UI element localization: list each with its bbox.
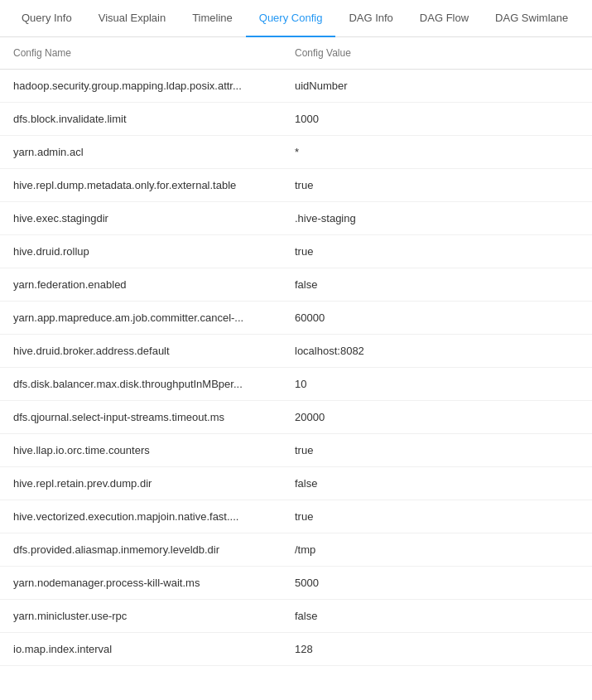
config-value-cell: false [295,610,579,622]
table-header: Config Name Config Value [0,37,592,70]
config-name-cell: io.map.index.interval [13,643,295,655]
col-header-name: Config Name [13,47,295,59]
config-name-cell: hadoop.security.group.mapping.ldap.posix… [13,80,295,92]
config-name-cell: hive.repl.dump.metadata.only.for.externa… [13,179,295,191]
tab-timeline[interactable]: Timeline [179,0,246,37]
tab-dag-info[interactable]: DAG Info [335,0,406,37]
config-value-cell: 5000 [295,577,579,589]
config-name-cell: hive.exec.stagingdir [13,212,295,224]
tab-dag-flow[interactable]: DAG Flow [407,0,482,37]
config-value-cell: /tmp [295,543,579,556]
config-name-cell: hive.repl.retain.prev.dump.dir [13,477,295,490]
config-name-cell: dfs.provided.aliasmap.inmemory.leveldb.d… [13,543,295,556]
config-table: Config Name Config Value hadoop.security… [0,37,592,666]
config-value-cell: uidNumber [295,80,579,92]
config-value-cell: .hive-staging [295,212,579,224]
table-row: yarn.admin.acl* [0,136,592,169]
config-value-cell: true [295,444,579,456]
config-name-cell: yarn.app.mapreduce.am.job.committer.canc… [13,311,295,324]
config-value-cell: false [295,278,579,291]
table-row: dfs.qjournal.select-input-streams.timeou… [0,401,592,434]
table-row: hive.exec.stagingdir.hive-staging [0,202,592,235]
config-name-cell: hive.llap.io.orc.time.counters [13,444,295,456]
table-row: hive.vectorized.execution.mapjoin.native… [0,500,592,533]
config-name-cell: hive.druid.broker.address.default [13,345,295,357]
config-name-cell: dfs.block.invalidate.limit [13,113,295,125]
config-value-cell: 60000 [295,311,579,324]
config-value-cell: 10 [295,378,579,390]
config-value-cell: 20000 [295,411,579,423]
config-name-cell: dfs.qjournal.select-input-streams.timeou… [13,411,295,423]
config-name-cell: yarn.minicluster.use-rpc [13,610,295,622]
table-row: yarn.minicluster.use-rpcfalse [0,600,592,633]
table-row: hive.druid.rolluptrue [0,235,592,268]
tab-query-info[interactable]: Query Info [8,0,85,37]
config-value-cell: 128 [295,643,579,655]
tab-query-config[interactable]: Query Config [246,0,336,37]
config-value-cell: * [295,146,579,158]
table-row: hive.llap.io.orc.time.counterstrue [0,434,592,467]
table-row: dfs.disk.balancer.max.disk.throughputInM… [0,368,592,401]
table-row: hadoop.security.group.mapping.ldap.posix… [0,70,592,103]
config-value-cell: true [295,179,579,191]
table-body: hadoop.security.group.mapping.ldap.posix… [0,70,592,666]
tab-visual-explain[interactable]: Visual Explain [85,0,179,37]
config-value-cell: 1000 [295,113,579,125]
table-row: hive.druid.broker.address.defaultlocalho… [0,335,592,368]
table-row: yarn.nodemanager.process-kill-wait.ms500… [0,567,592,600]
table-row: hive.repl.dump.metadata.only.for.externa… [0,169,592,202]
config-name-cell: hive.vectorized.execution.mapjoin.native… [13,510,295,523]
table-row: yarn.app.mapreduce.am.job.committer.canc… [0,302,592,335]
table-row: dfs.provided.aliasmap.inmemory.leveldb.d… [0,533,592,567]
table-row: dfs.block.invalidate.limit1000 [0,103,592,136]
config-name-cell: yarn.nodemanager.process-kill-wait.ms [13,577,295,589]
tab-dag-swimlane[interactable]: DAG Swimlane [482,0,581,37]
config-value-cell: false [295,477,579,490]
table-row: yarn.federation.enabledfalse [0,268,592,302]
config-value-cell: true [295,245,579,258]
config-name-cell: hive.druid.rollup [13,245,295,258]
config-name-cell: dfs.disk.balancer.max.disk.throughputInM… [13,378,295,390]
config-value-cell: true [295,510,579,523]
tabs-container: Query InfoVisual ExplainTimelineQuery Co… [0,0,592,37]
table-row: hive.repl.retain.prev.dump.dirfalse [0,467,592,500]
config-name-cell: yarn.federation.enabled [13,278,295,291]
config-value-cell: localhost:8082 [295,345,579,357]
col-header-value: Config Value [295,47,579,59]
config-name-cell: yarn.admin.acl [13,146,295,158]
table-row: io.map.index.interval128 [0,633,592,666]
